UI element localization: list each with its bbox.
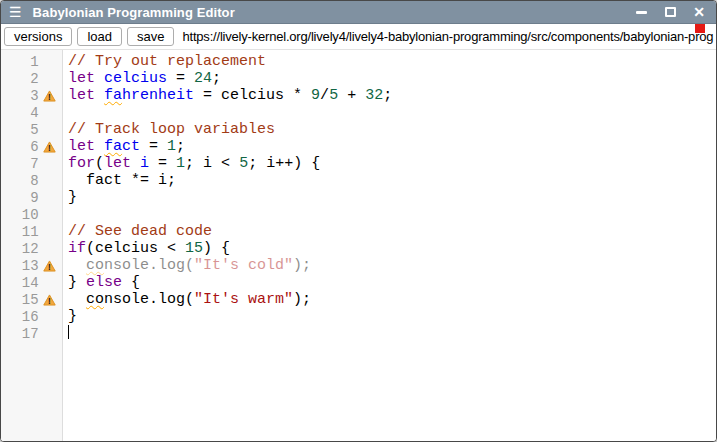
gutter: 123!456!78910111213!1415!1617	[1, 50, 63, 442]
warning-icon[interactable]: !	[43, 260, 56, 272]
gutter-row: 5	[1, 121, 62, 138]
code-token: {	[122, 274, 140, 291]
line-number: 8	[1, 173, 39, 189]
warning-icon[interactable]: !	[43, 141, 56, 153]
line-number: 9	[1, 190, 39, 206]
gutter-row: 17	[1, 325, 62, 342]
code-line[interactable]: console.log("It's warm");	[68, 291, 716, 308]
code-line[interactable]: let fahrenheit = celcius * 9/5 + 32;	[68, 87, 716, 104]
code-token: }	[68, 308, 77, 325]
code-token: celcius	[104, 70, 167, 87]
line-number: 11	[1, 224, 39, 240]
code-line[interactable]	[68, 206, 716, 223]
code-editor[interactable]: 123!456!78910111213!1415!1617 // Try out…	[1, 50, 716, 442]
gutter-row: 10	[1, 206, 62, 223]
minimize-icon[interactable]	[634, 5, 648, 19]
url-input[interactable]: https://lively-kernel.org/lively4/lively…	[182, 29, 716, 44]
code-token: // See dead code	[68, 223, 212, 240]
code-line[interactable]: // See dead code	[68, 223, 716, 240]
window-controls: ✕	[634, 5, 716, 19]
code-token: fa	[104, 87, 122, 104]
code-token: 5	[329, 87, 338, 104]
code-token: 9	[311, 87, 320, 104]
code-token: ;	[212, 70, 221, 87]
code-line[interactable]: }	[68, 189, 716, 206]
code-token: (celcius <	[86, 240, 185, 257]
code-token: let	[68, 138, 95, 155]
line-number: 5	[1, 122, 39, 138]
line-number: 6	[1, 139, 39, 155]
line-number: 12	[1, 241, 39, 257]
code-line[interactable]: console.log("It's cold");	[68, 257, 716, 274]
line-number: 17	[1, 326, 39, 342]
svg-text:!: !	[48, 91, 51, 101]
gutter-row: 15!	[1, 291, 62, 308]
code-line[interactable]	[68, 104, 716, 121]
code-token: if	[68, 240, 86, 257]
gutter-row: 9	[1, 189, 62, 206]
code-line[interactable]: fact *= i;	[68, 172, 716, 189]
title-bar: ☰ Babylonian Programming Editor ✕	[1, 1, 716, 24]
code-token: fa	[104, 138, 122, 155]
code-token: "It's warm"	[194, 291, 293, 308]
code-token: 32	[365, 87, 383, 104]
code-line[interactable]: // Track loop variables	[68, 121, 716, 138]
code-token: );	[293, 257, 311, 274]
code-line[interactable]: let fact = 1;	[68, 138, 716, 155]
load-button[interactable]: load	[77, 27, 122, 46]
code-token	[131, 155, 140, 172]
code-token: 1	[167, 138, 176, 155]
code-line[interactable]: }	[68, 308, 716, 325]
code-token: (	[95, 155, 104, 172]
code-token: =	[149, 155, 176, 172]
save-button[interactable]: save	[127, 27, 174, 46]
code-line[interactable]: // Try out replacement	[68, 53, 716, 70]
gutter-row: 13!	[1, 257, 62, 274]
hamburger-menu-icon[interactable]: ☰	[9, 5, 22, 19]
code-line[interactable]: for(let i = 1; i < 5; i++) {	[68, 155, 716, 172]
code-token	[68, 291, 86, 308]
gutter-row: 8	[1, 172, 62, 189]
gutter-row: 1	[1, 53, 62, 70]
code-token: ;	[383, 87, 392, 104]
versions-button[interactable]: versions	[4, 27, 72, 46]
warning-icon-slot: !	[39, 294, 62, 306]
line-number: 10	[1, 207, 39, 223]
code-token: /	[320, 87, 329, 104]
code-token: i	[140, 155, 149, 172]
code-token: fact *= i;	[68, 172, 176, 189]
warning-icon-slot: !	[39, 141, 62, 153]
line-number: 3	[1, 88, 39, 104]
line-number: 4	[1, 105, 39, 121]
gutter-row: 3!	[1, 87, 62, 104]
code-token: "It's cold"	[194, 257, 293, 274]
gutter-row: 11	[1, 223, 62, 240]
code-token: }	[68, 274, 86, 291]
code-token: 5	[239, 155, 248, 172]
svg-text:!: !	[48, 142, 51, 152]
code-token: co	[86, 257, 104, 274]
code-line[interactable]: if(celcius < 15) {	[68, 240, 716, 257]
code-token: ;	[176, 138, 185, 155]
warning-icon[interactable]: !	[43, 294, 56, 306]
code-token: nsole.log(	[104, 257, 194, 274]
code-token: co	[86, 291, 104, 308]
code-area[interactable]: // Try out replacementlet celcius = 24;l…	[63, 50, 716, 442]
code-line[interactable]: let celcius = 24;	[68, 70, 716, 87]
gutter-row: 7	[1, 155, 62, 172]
code-line[interactable]	[68, 325, 716, 342]
window-title: Babylonian Programming Editor	[33, 5, 235, 20]
warning-icon[interactable]: !	[43, 90, 56, 102]
code-token	[95, 138, 104, 155]
code-token: nsole.log(	[104, 291, 194, 308]
warning-icon-slot: !	[39, 90, 62, 102]
line-number: 14	[1, 275, 39, 291]
gutter-row: 6!	[1, 138, 62, 155]
code-token: // Track loop variables	[68, 121, 275, 138]
code-line[interactable]: } else {	[68, 274, 716, 291]
close-icon[interactable]: ✕	[692, 5, 706, 19]
gutter-row: 12	[1, 240, 62, 257]
code-token: }	[68, 189, 77, 206]
code-token: ; i <	[185, 155, 239, 172]
maximize-icon[interactable]	[663, 5, 677, 19]
